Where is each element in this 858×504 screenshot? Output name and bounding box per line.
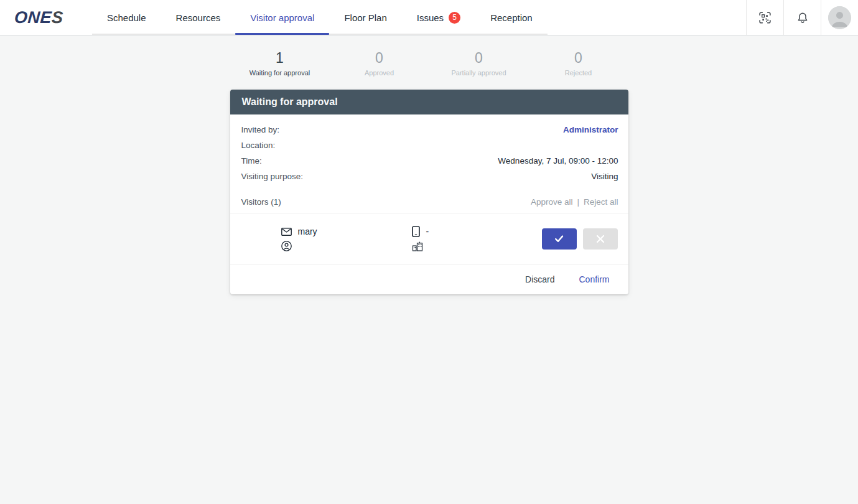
discard-button[interactable]: Discard [525, 274, 554, 284]
stat-waiting-for-approval[interactable]: 1 Waiting for approval [230, 50, 330, 77]
main-content: 1 Waiting for approval 0 Approved 0 Part… [230, 35, 628, 294]
tab-reception[interactable]: Reception [475, 0, 548, 35]
stat-approved[interactable]: 0 Approved [330, 50, 429, 77]
field-location: Location: [241, 138, 618, 153]
tab-floor-plan[interactable]: Floor Plan [329, 0, 401, 35]
card-footer: Discard Confirm [230, 264, 628, 294]
avatar [828, 6, 851, 29]
visitor-phone-line: - [412, 226, 429, 237]
top-bar: ONES Schedule Resources Visitor approval… [0, 0, 858, 35]
visitor-company-line [412, 241, 429, 251]
tab-label: Reception [490, 12, 533, 23]
building-icon [412, 241, 424, 251]
qr-scan-icon [757, 10, 773, 26]
stat-value: 0 [429, 50, 529, 66]
stat-label: Partially approved [429, 69, 529, 77]
qr-scan-button[interactable] [746, 0, 783, 35]
visitor-phone-company: - [412, 226, 429, 251]
tab-schedule[interactable]: Schedule [92, 0, 161, 35]
envelope-icon [281, 228, 292, 236]
mobile-phone-icon [412, 226, 420, 237]
stat-rejected[interactable]: 0 Rejected [529, 50, 628, 77]
visitors-bar: Visitors (1) Approve all | Reject all [230, 184, 628, 213]
time-value: Wednesday, 7 Jul, 09:00 - 12:00 [498, 156, 618, 166]
tab-label: Issues [417, 12, 444, 23]
field-label: Visiting purpose: [241, 172, 304, 181]
visiting-purpose-value: Visiting [591, 172, 618, 181]
visitor-identity: mary [281, 226, 412, 251]
visitor-row: mary - [230, 213, 628, 264]
logo-text: ONES [14, 8, 64, 27]
visitors-heading: Visitors (1) [241, 197, 281, 207]
field-label: Location: [241, 141, 276, 150]
stat-partially-approved[interactable]: 0 Partially approved [429, 50, 529, 77]
field-invited-by: Invited by: Administrator [241, 122, 618, 138]
main-nav: Schedule Resources Visitor approval Floo… [92, 0, 548, 35]
app-logo[interactable]: ONES [0, 0, 92, 35]
notifications-button[interactable] [783, 0, 821, 35]
visitor-name: mary [298, 226, 317, 236]
topbar-actions [746, 0, 858, 35]
confirm-button[interactable]: Confirm [579, 274, 609, 284]
person-circle-icon [281, 241, 292, 251]
request-details: Invited by: Administrator Location: Time… [230, 114, 628, 184]
stat-label: Waiting for approval [230, 69, 330, 77]
approval-status-summary: 1 Waiting for approval 0 Approved 0 Part… [230, 35, 628, 77]
visitor-email-line: mary [281, 226, 412, 237]
stat-label: Approved [330, 69, 429, 77]
stat-value: 0 [330, 50, 429, 66]
bulk-actions: Approve all | Reject all [531, 197, 618, 207]
approve-all-link[interactable]: Approve all [531, 197, 573, 207]
account-button[interactable] [821, 0, 858, 35]
tab-visitor-approval[interactable]: Visitor approval [235, 0, 329, 35]
person-silhouette-icon [828, 6, 851, 29]
tab-label: Schedule [107, 12, 146, 23]
bell-icon [795, 10, 810, 25]
reject-visitor-button[interactable] [583, 228, 618, 250]
tab-label: Resources [176, 12, 221, 23]
approve-visitor-button[interactable] [542, 228, 577, 250]
stat-value: 1 [230, 50, 330, 66]
field-label: Invited by: [241, 125, 280, 134]
visitor-actions [542, 228, 618, 250]
invited-by-value[interactable]: Administrator [563, 125, 618, 134]
approval-request-card: Waiting for approval Invited by: Adminis… [230, 90, 628, 294]
visitor-phone: - [426, 226, 429, 236]
x-icon [595, 234, 605, 244]
field-label: Time: [241, 156, 262, 166]
card-title: Waiting for approval [230, 90, 628, 114]
field-time: Time: Wednesday, 7 Jul, 09:00 - 12:00 [241, 153, 618, 169]
stat-label: Rejected [529, 69, 628, 77]
issues-count-badge: 5 [449, 12, 460, 24]
tab-label: Floor Plan [344, 12, 386, 23]
tab-issues[interactable]: Issues 5 [402, 0, 475, 35]
visitor-contact-line [281, 241, 412, 251]
tab-label: Visitor approval [250, 12, 314, 23]
reject-all-link[interactable]: Reject all [584, 197, 618, 207]
tab-resources[interactable]: Resources [161, 0, 236, 35]
bulk-separator: | [577, 197, 579, 207]
field-visiting-purpose: Visiting purpose: Visiting [241, 169, 618, 184]
check-icon [553, 233, 565, 245]
stat-value: 0 [529, 50, 628, 66]
